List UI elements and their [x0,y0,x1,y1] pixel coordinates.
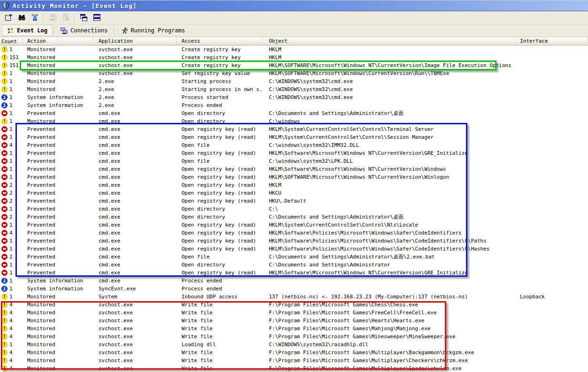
table-row[interactable]: 1Preventedcmd.exeOpen registry key (read… [0,269,588,277]
table-row[interactable]: 2Preventedcmd.exeOpen registry key (read… [0,181,588,189]
filter-button[interactable] [29,12,41,23]
table-row[interactable]: 2Preventedcmd.exeOpen registry key (read… [0,189,588,197]
table-row[interactable]: 1System informationcmd.exeProcess ended [0,277,588,285]
table-row[interactable]: 4Preventedcmd.exeOpen registry key (read… [0,229,588,237]
properties-button[interactable] [2,12,15,23]
event-count: 1 [9,133,13,141]
cell-access: Starting process [176,77,263,85]
cell-action: Prevented [23,261,94,269]
prevented-icon [1,142,8,148]
column-header-action[interactable]: Action [23,37,94,45]
table-row[interactable]: 1Preventedcmd.exeOpen fileC:\windows\sys… [0,157,588,165]
tab-connections[interactable]: Connections [55,25,113,36]
prevented-icon [1,246,8,252]
table-row[interactable]: 4Monitoredsvchost.exeWrite fileF:\Progra… [0,357,588,364]
table-row[interactable]: 4Monitoredsvchost.exeWrite fileF:\Progra… [0,364,588,372]
prevented-icon [1,150,8,156]
cell-action: Monitored [23,325,94,333]
event-count: 4 [9,141,13,149]
table-row[interactable]: 2Preventedcmd.exeOpen directoryC:\Docume… [0,213,588,221]
cell-action: Prevented [23,157,94,165]
table-row[interactable]: 1System information2.exeProcess ended [0,101,588,109]
table-row[interactable]: 1Monitoredsvchost.exeCreate registry key… [0,46,588,53]
cell-object: HKLM\Software\Policies\Microsoft\Windows… [263,229,514,237]
column-header-application[interactable]: Application [94,37,176,45]
warning-icon [1,302,8,308]
column-header-interface[interactable]: Interface [514,37,588,45]
table-row[interactable]: 1Preventedcmd.exeOpen registry key (read… [0,245,588,253]
refresh-button[interactable] [46,12,59,23]
cell-access: Open registry key (read) [176,237,263,245]
cell-interface [514,301,588,309]
table-row[interactable]: 1Monitored2.exeStarting processC:\WINDOW… [0,77,588,85]
warning-icon [1,365,8,372]
cell-object: HKU\.Default [263,197,514,205]
table-row[interactable]: 1System informationSyncEvnt.exeProcess e… [0,285,588,293]
event-count: 1 [9,157,13,165]
report-button[interactable] [60,12,72,23]
cell-application: cmd.exe [94,165,176,173]
table-row[interactable]: 1Preventedcmd.exeOpen directoryC:\Docume… [0,261,588,269]
cell-access: Create registry key [176,46,263,53]
table-row[interactable]: 4Monitoredsvchost.exeWrite fileF:\Progra… [0,301,588,309]
cell-object: C:\Documents and Settings\Administrator\… [263,213,514,221]
cell-application: svchost.exe [94,61,176,69]
warning-icon [1,54,8,61]
table-row[interactable]: 151Monitoredsvchost.exeCreate registry k… [0,61,588,69]
table-row[interactable]: 1Monitored2.exeStarting process in own s… [0,85,588,93]
cell-object: HKLM [263,46,514,53]
table-row[interactable]: 1Preventedcmd.exeOpen directoryC:\ [0,205,588,213]
table-row[interactable]: 1Monitoredsvchost.exeSet registry key va… [0,69,588,77]
table-row[interactable]: 1Preventedcmd.exeOpen registry key (read… [0,149,588,157]
cell-access: Write file [176,333,263,341]
table-row[interactable]: 1Preventedcmd.exeOpen directoryC:\Docume… [0,109,588,117]
cascade-windows-button[interactable] [77,12,90,23]
table-row[interactable]: 1Preventedcmd.exeOpen registry key (read… [0,125,588,133]
table-row[interactable]: 1Preventedcmd.exeOpen registry key (read… [0,133,588,141]
table-row[interactable]: 4Monitoredsvchost.exeWrite fileF:\Progra… [0,333,588,341]
table-row[interactable]: 4Monitoredsvchost.exeWrite fileF:\Progra… [0,309,588,317]
table-row[interactable]: 4Monitoredsvchost.exeWrite fileF:\Progra… [0,317,588,325]
cell-interface [514,333,588,341]
cell-action: Prevented [23,173,94,181]
column-header-access[interactable]: Access [176,37,263,45]
cell-action: Monitored [23,61,94,69]
table-row[interactable]: 2Preventedcmd.exeOpen registry key (read… [0,197,588,205]
cell-count: 1 [0,205,23,213]
cell-application: cmd.exe [94,245,176,253]
table-row[interactable]: 1System information2.exeProcess startedC… [0,93,588,101]
cell-application: cmd.exe [94,205,176,213]
cell-count: 4 [0,325,23,333]
cell-action: Prevented [23,221,94,229]
column-header-count[interactable]: Count [0,37,23,45]
tab-running-programs[interactable]: Running Programs [116,25,191,36]
table-row[interactable]: 2Preventedcmd.exeOpen fileC:\Documents a… [0,253,588,261]
table-row[interactable]: 1Monitoredsvchost.exeLoading dllC:\WINDO… [0,341,588,349]
tab-event-log[interactable]: Event Log [2,25,53,36]
table-row[interactable]: 1MonitoredSystemInbound UDP access137 (n… [0,293,588,301]
cell-action: System information [23,101,94,109]
table-row[interactable]: 1Preventedcmd.exeOpen registry key (read… [0,165,588,173]
table-row[interactable]: 4Monitoredsvchost.exeWrite fileF:\Progra… [0,349,588,357]
table-row[interactable]: 151Monitoredsvchost.exeCreate registry k… [0,53,588,61]
cell-count: 4 [0,141,23,149]
table-row[interactable]: 4Preventedcmd.exeOpen fileC:\windows\sys… [0,141,588,149]
table-row[interactable]: 1Preventedcmd.exeOpen registry key (read… [0,221,588,229]
table-row[interactable]: 4Monitoredsvchost.exeWrite fileF:\Progra… [0,325,588,333]
column-header-object[interactable]: Object [263,37,514,45]
cell-action: Monitored [23,309,94,317]
table-row[interactable]: 1Preventedcmd.exeOpen registry key (read… [0,173,588,181]
event-count: 1 [9,117,13,125]
table-row[interactable]: 1Monitoredcmd.exeOpen directoryC:\window… [0,117,588,125]
cell-action: Monitored [23,364,94,372]
cell-action: Prevented [23,229,94,237]
cell-interface [514,53,588,61]
cell-interface [514,349,588,357]
prevented-icon [1,238,8,244]
cell-count: 1 [0,69,23,77]
find-button[interactable] [15,12,28,23]
cell-interface [514,109,588,117]
tile-windows-button[interactable] [91,12,103,23]
event-count: 4 [9,309,13,317]
table-row[interactable]: 1Preventedcmd.exeOpen registry key (read… [0,237,588,245]
